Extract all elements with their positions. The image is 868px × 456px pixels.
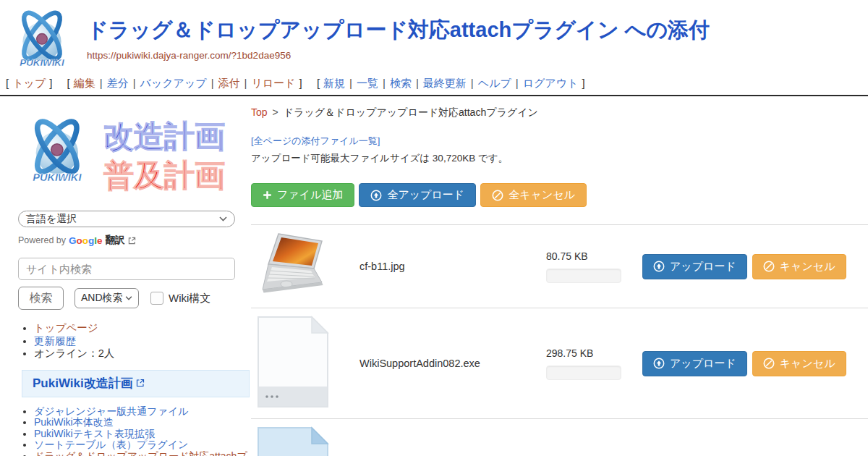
sidebar-link-core-mod[interactable]: PukiWiki本体改造 <box>34 416 114 428</box>
cancel-all-button[interactable]: 全キャンセル <box>480 183 587 207</box>
list-item: オンライン：2人 <box>34 347 251 360</box>
list-item: トップページ <box>34 322 251 335</box>
sidebar-link-top-page[interactable]: トップページ <box>34 322 98 334</box>
cancel-button[interactable]: キャンセル <box>752 254 846 279</box>
nav-help[interactable]: ヘルプ <box>478 77 511 89</box>
plugin-links-list: ダジャレンジャー版共通ファイル PukiWiki本体改造 PukiWikiテキス… <box>18 406 251 456</box>
site-banner-image[interactable]: PUKIWIKI 改造計画 普及計画 <box>18 111 251 199</box>
chevron-down-icon <box>125 296 132 300</box>
powered-by-google: Powered by Google 翻訳 <box>18 234 251 247</box>
upload-all-button[interactable]: 全アップロード <box>359 183 476 207</box>
external-link-icon <box>136 379 145 387</box>
file-size: 80.75 KB <box>546 250 634 262</box>
upload-circle-icon <box>653 358 665 369</box>
powered-by-label: Powered by <box>18 235 66 245</box>
add-file-button[interactable]: ファイル追加 <box>251 183 354 207</box>
sidebar-link-recent-changes[interactable]: 更新履歴 <box>34 335 76 347</box>
nav-separator: | <box>349 77 352 89</box>
nav-reload[interactable]: リロード <box>251 77 295 89</box>
pukiwiki-logo-icon[interactable]: PUKIWIKI <box>9 6 75 72</box>
search-controls: 検索 AND検索 Wiki構文 <box>18 287 251 310</box>
main-content: Top>ドラッグ＆ドロップアップロード対応attachプラグイン [全ページの添… <box>251 96 868 456</box>
translate-link[interactable]: 翻訳 <box>106 234 125 247</box>
nav-search[interactable]: 検索 <box>390 77 412 89</box>
file-row: WikiSupportAddin082.exe 298.75 KB アップロード… <box>251 308 868 419</box>
nav-separator: | <box>383 77 386 89</box>
nav-backup[interactable]: バックアップ <box>140 77 207 89</box>
sidebar: PUKIWIKI 改造計画 普及計画 言語を選択 Powered by Goog… <box>0 96 251 456</box>
sidebar-link-text-ext[interactable]: PukiWikiテキスト表現拡張 <box>34 428 155 439</box>
nav-separator: | <box>471 77 474 89</box>
nav-new[interactable]: 新規 <box>323 77 345 89</box>
online-count: オンライン：2人 <box>34 347 114 359</box>
search-mode-select[interactable]: AND検索 <box>75 288 139 308</box>
nav-separator: | <box>416 77 419 89</box>
breadcrumb: Top>ドラッグ＆ドロップアップロード対応attachプラグイン <box>251 106 868 119</box>
language-select-value: 言語を選択 <box>26 213 77 226</box>
code-file-icon: </> <box>257 426 329 456</box>
list-item: PukiWikiテキスト表現拡張 <box>34 428 251 440</box>
file-row: cf-b11.jpg 80.75 KB アップロード キャンセル <box>251 225 868 308</box>
all-attachments-link[interactable]: [全ページの添付ファイル一覧] <box>251 135 380 148</box>
file-name: WikiSupportAddin082.exe <box>359 358 546 369</box>
cancel-label: キャンセル <box>780 357 835 371</box>
nav-diff[interactable]: 差分 <box>107 77 129 89</box>
sidebar-link-sort-table[interactable]: ソートテーブル（表）プラグイン <box>34 439 188 450</box>
ban-icon <box>763 358 775 369</box>
file-row: </> contents.html 60.78 KB アップロード <box>251 419 868 456</box>
top-navigation: [トップ] [編集|差分|バックアップ|添付|リロード] [新規|一覧|検索|最… <box>6 77 868 90</box>
page-url-link[interactable]: https://pukiwiki.dajya-ranger.com/?1bd2d… <box>87 50 291 61</box>
nav-top[interactable]: トップ <box>12 77 46 89</box>
upload-queue-table: cf-b11.jpg 80.75 KB アップロード キャンセル <box>251 224 868 456</box>
cancel-label: キャンセル <box>780 260 835 274</box>
upload-toolbar: ファイル追加 全アップロード 全キャンセル <box>251 183 868 207</box>
sidebar-link-dnd-attach[interactable]: ドラッグ＆ドロップアップロード対応attachプラグイン <box>34 450 247 456</box>
list-item: ダジャレンジャー版共通ファイル <box>34 406 251 418</box>
plus-icon <box>263 190 272 200</box>
upload-progress-bar <box>546 269 621 283</box>
sidebar-link-common-files[interactable]: ダジャレンジャー版共通ファイル <box>34 405 189 417</box>
nav-attach[interactable]: 添付 <box>218 77 240 89</box>
laptop-photo-thumbnail <box>257 232 329 300</box>
wiki-syntax-checkbox[interactable] <box>150 292 163 305</box>
bracket: ] <box>299 77 302 89</box>
nav-edit[interactable]: 編集 <box>74 77 95 89</box>
site-search-input[interactable] <box>18 258 235 280</box>
bracket: ] <box>49 77 52 89</box>
list-item: ソートテーブル（表）プラグイン <box>34 439 251 451</box>
cancel-button[interactable]: キャンセル <box>752 351 846 376</box>
nav-recent[interactable]: 最終更新 <box>423 77 467 89</box>
breadcrumb-home-link[interactable]: Top <box>251 106 268 118</box>
google-logo-text: Google <box>69 235 103 246</box>
bracket: ] <box>582 77 584 89</box>
nav-separator: | <box>133 77 136 89</box>
nav-separator: | <box>516 77 519 89</box>
banner-brand-text: PUKIWIKI <box>33 172 82 183</box>
pukiwiki-logo-text: PUKIWIKI <box>20 57 64 68</box>
nav-list[interactable]: 一覧 <box>357 77 378 89</box>
wiki-syntax-label: Wiki構文 <box>169 292 210 305</box>
sidebar-section-title-link[interactable]: PukiWiki改造計画 <box>33 375 145 392</box>
upload-button[interactable]: アップロード <box>642 351 747 376</box>
upload-circle-icon <box>653 261 665 272</box>
max-upload-size-text: アップロード可能最大ファイルサイズは 30,720KB です。 <box>251 152 868 165</box>
chevron-down-icon <box>219 216 227 221</box>
nav-logout[interactable]: ログアウト <box>523 77 579 89</box>
external-link-icon <box>128 237 136 245</box>
quick-links-list: トップページ 更新履歴 オンライン：2人 <box>18 322 251 360</box>
nav-separator: | <box>244 77 247 89</box>
breadcrumb-current: ドラッグ＆ドロップアップロード対応attachプラグイン <box>284 106 538 118</box>
nav-separator: | <box>100 77 103 89</box>
upload-progress-bar <box>546 366 621 380</box>
file-name: cf-b11.jpg <box>359 261 546 272</box>
add-file-label: ファイル追加 <box>277 188 343 202</box>
search-button[interactable]: 検索 <box>18 287 64 310</box>
nav-separator: | <box>211 77 214 89</box>
language-select[interactable]: 言語を選択 <box>18 211 235 227</box>
page-header: PUKIWIKI ドラッグ＆ドロップアップロード対応attachプラグイン への… <box>0 0 868 72</box>
ban-icon <box>763 261 775 272</box>
ban-icon <box>492 190 503 201</box>
generic-file-icon <box>257 316 329 411</box>
upload-button[interactable]: アップロード <box>642 254 747 279</box>
list-item: PukiWiki本体改造 <box>34 417 251 428</box>
